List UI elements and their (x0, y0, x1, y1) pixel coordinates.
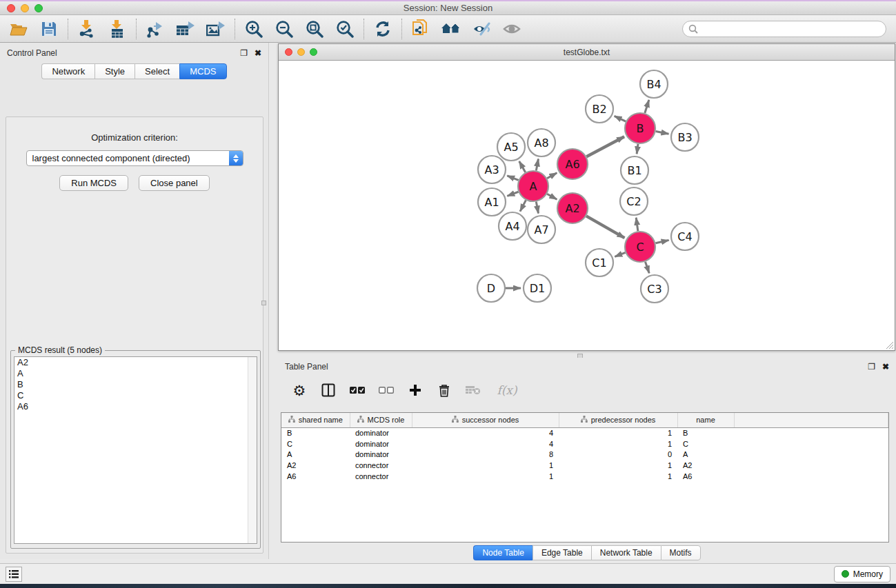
graph-edge-C-C2[interactable] (636, 218, 638, 231)
cell-name[interactable]: B (677, 427, 734, 438)
tab-network[interactable]: Network (41, 63, 94, 79)
deselect-all-checks-icon[interactable] (379, 383, 394, 398)
graph-edge-C-C3[interactable] (645, 262, 649, 274)
export-table-icon[interactable] (175, 19, 196, 39)
graph-edge-A-A1[interactable] (507, 192, 518, 196)
window-resize-grip[interactable] (886, 341, 894, 349)
zoom-out-icon[interactable] (274, 19, 295, 39)
save-session-icon[interactable] (39, 19, 59, 39)
table-row[interactable]: Cdominator41C (281, 438, 888, 449)
table-row[interactable]: A6connector11A6 (281, 471, 888, 482)
open-session-icon[interactable] (8, 19, 29, 39)
show-columns-icon[interactable] (321, 383, 336, 398)
graph-edge-A-A8[interactable] (536, 159, 538, 171)
close-panel-icon[interactable]: ✖ (255, 49, 261, 57)
cell-predecessor-nodes[interactable]: 1 (559, 471, 677, 482)
table-row[interactable]: A2connector11A2 (281, 460, 888, 471)
function-builder-icon[interactable]: f(x) (495, 383, 519, 398)
cell-successor-nodes[interactable]: 4 (412, 427, 559, 438)
graph-edge-A-A4[interactable] (520, 200, 526, 211)
graph-edge-A-A5[interactable] (519, 161, 526, 172)
cell-shared-name[interactable]: B (281, 427, 350, 438)
graph-edge-B-B2[interactable] (615, 116, 626, 121)
import-network-icon[interactable] (77, 19, 97, 39)
tab-select[interactable]: Select (135, 63, 179, 79)
close-table-panel-icon[interactable]: ✖ (882, 363, 889, 371)
graph-edge-A-A6[interactable] (547, 173, 557, 179)
cell-successor-nodes[interactable]: 1 (412, 460, 559, 471)
result-list-scrollbar[interactable] (248, 357, 257, 543)
float-table-panel-icon[interactable]: ❐ (868, 363, 875, 371)
network-canvas[interactable]: AA1A2A3A4A5A6A7A8BB1B2B3B4CC1C2C3C4DD1 (279, 61, 895, 350)
graph-edge-A2-C[interactable] (586, 216, 624, 238)
tab-network-table[interactable]: Network Table (591, 545, 661, 560)
column-header-MCDS-role[interactable]: MCDS role (350, 413, 412, 427)
zoom-fit-icon[interactable] (304, 19, 325, 39)
result-item[interactable]: A2 (14, 357, 257, 368)
network-from-document-icon[interactable] (410, 19, 431, 39)
mcds-result-list[interactable]: A2ABCA6 (14, 356, 257, 544)
run-mcds-button[interactable]: Run MCDS (59, 175, 128, 191)
column-header-successor-nodes[interactable]: successor nodes (412, 413, 559, 427)
graph-edge-B-B3[interactable] (656, 132, 669, 134)
graph-edge-A-A7[interactable] (536, 202, 538, 214)
cell-predecessor-nodes[interactable]: 0 (559, 449, 677, 460)
cell-shared-name[interactable]: C (281, 438, 350, 449)
import-table-icon[interactable] (107, 19, 128, 39)
cell-name[interactable]: A (677, 449, 734, 460)
refresh-view-icon[interactable] (372, 19, 393, 39)
cell-name[interactable]: C (677, 438, 734, 449)
node-table[interactable]: shared nameMCDS rolesuccessor nodesprede… (281, 412, 889, 543)
cell-MCDS-role[interactable]: connector (350, 460, 412, 471)
graph-edge-C-C1[interactable] (615, 252, 625, 256)
cell-MCDS-role[interactable]: dominator (350, 438, 412, 449)
graph-edge-C-C4[interactable] (655, 240, 668, 243)
delete-table-icon[interactable] (466, 383, 481, 398)
cell-MCDS-role[interactable]: dominator (350, 449, 412, 460)
export-image-icon[interactable] (206, 19, 226, 39)
first-neighbors-icon[interactable] (441, 19, 461, 39)
result-item[interactable]: B (14, 379, 257, 390)
tab-motifs[interactable]: Motifs (661, 545, 701, 560)
network-window-titlebar[interactable]: testGlobe.txt (279, 44, 895, 61)
vertical-splitter-handle[interactable] (261, 301, 266, 305)
cell-MCDS-role[interactable]: dominator (350, 427, 412, 438)
cell-name[interactable]: A6 (677, 471, 734, 482)
delete-column-icon[interactable] (437, 383, 452, 398)
cell-MCDS-role[interactable]: connector (350, 471, 412, 482)
cell-shared-name[interactable]: A (281, 449, 350, 460)
hide-selected-icon[interactable] (471, 19, 492, 39)
settings-gear-icon[interactable]: ⚙ (292, 383, 307, 398)
memory-button[interactable]: Memory (834, 566, 890, 582)
graph-edge-A-A2[interactable] (547, 194, 557, 199)
result-item[interactable]: C (14, 390, 257, 401)
select-all-checks-icon[interactable] (350, 383, 365, 398)
task-history-button[interactable] (6, 567, 22, 582)
cell-shared-name[interactable]: A2 (281, 460, 350, 471)
graph-edge-A-A3[interactable] (507, 176, 518, 181)
close-panel-button[interactable]: Close panel (139, 175, 210, 191)
cell-successor-nodes[interactable]: 4 (412, 438, 559, 449)
cell-predecessor-nodes[interactable]: 1 (559, 438, 677, 449)
result-item[interactable]: A6 (14, 401, 257, 412)
graph-edge-A6-B[interactable] (586, 136, 624, 156)
search-input[interactable] (698, 24, 886, 34)
result-item[interactable]: A (14, 368, 257, 379)
show-all-icon[interactable] (501, 19, 522, 39)
graph-edge-B-B1[interactable] (637, 144, 638, 154)
search-field[interactable] (682, 21, 886, 37)
export-network-icon[interactable] (145, 19, 166, 39)
column-header-shared-name[interactable]: shared name (281, 413, 350, 427)
zoom-in-icon[interactable] (243, 19, 264, 39)
tab-edge-table[interactable]: Edge Table (532, 545, 591, 560)
cell-predecessor-nodes[interactable]: 1 (559, 427, 677, 438)
tab-style[interactable]: Style (94, 63, 135, 79)
tab-node-table[interactable]: Node Table (473, 545, 532, 560)
table-row[interactable]: Bdominator41B (281, 427, 888, 438)
add-column-icon[interactable] (408, 383, 423, 398)
float-panel-icon[interactable]: ❐ (240, 49, 248, 57)
criterion-dropdown[interactable]: largest connected component (directed) (26, 150, 243, 166)
column-header-predecessor-nodes[interactable]: predecessor nodes (559, 413, 677, 427)
column-header-name[interactable]: name (677, 413, 734, 427)
zoom-selected-icon[interactable] (335, 19, 355, 39)
